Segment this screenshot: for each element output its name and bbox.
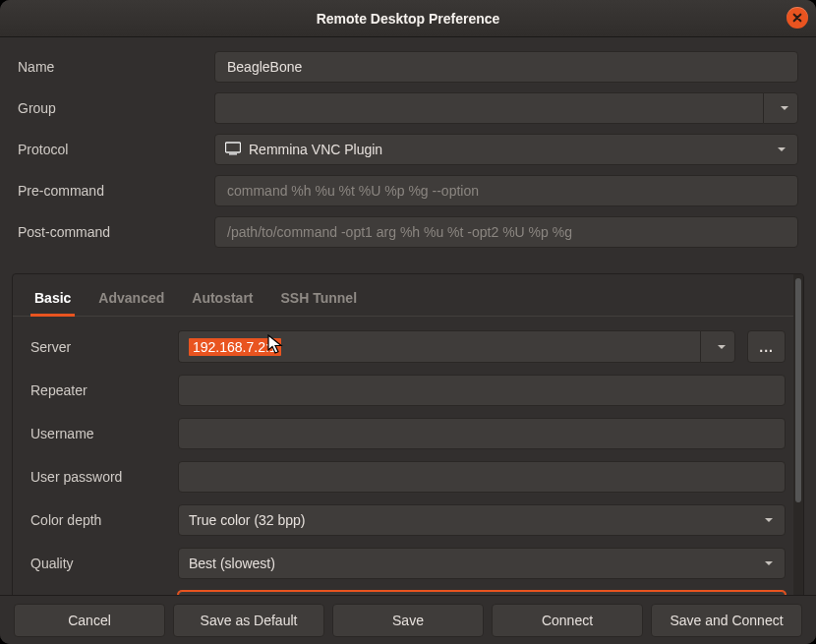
chevron-down-icon (755, 514, 775, 526)
server-value: 192.168.7.2:1 (189, 338, 281, 356)
group-label: Group (18, 100, 214, 116)
basic-scrollbar[interactable] (793, 274, 803, 613)
row-name: Name (18, 51, 798, 83)
general-form: Name Group (0, 37, 816, 267)
username-label: Username (30, 426, 178, 441)
server-combo[interactable]: 192.168.7.2:1 (178, 330, 735, 363)
username-input[interactable] (178, 418, 786, 449)
server-dropdown-button[interactable] (700, 330, 735, 363)
color-depth-value: True color (32 bpp) (189, 512, 306, 528)
pre-command-field[interactable] (225, 182, 787, 200)
tab-autostart[interactable]: Autostart (190, 284, 255, 316)
color-depth-select[interactable]: True color (32 bpp) (178, 504, 786, 536)
protocol-label: Protocol (18, 142, 214, 157)
repeater-label: Repeater (30, 382, 178, 398)
row-user-password: User password (30, 461, 786, 493)
pre-command-input[interactable] (214, 175, 798, 206)
user-password-field[interactable] (189, 468, 775, 486)
chevron-down-icon (755, 557, 775, 569)
user-password-input[interactable] (178, 461, 786, 493)
dialog-footer: Cancel Save as Default Save Connect Save… (0, 595, 816, 644)
tab-ssh-tunnel[interactable]: SSH Tunnel (279, 284, 360, 316)
group-entry[interactable] (214, 92, 763, 124)
svg-rect-1 (229, 153, 237, 154)
close-button[interactable] (787, 7, 808, 29)
chevron-down-icon (708, 341, 728, 353)
save-and-connect-button[interactable]: Save and Connect (651, 604, 802, 637)
monitor-icon (225, 141, 241, 159)
post-command-input[interactable] (214, 216, 798, 248)
cancel-button[interactable]: Cancel (14, 604, 165, 637)
server-entry[interactable]: 192.168.7.2:1 (178, 330, 700, 363)
row-repeater: Repeater (30, 375, 786, 406)
basic-tab-body: Server 192.168.7.2:1 ... (13, 317, 803, 613)
name-input-field[interactable] (225, 58, 787, 76)
scrollbar-thumb[interactable] (795, 278, 801, 502)
name-input[interactable] (214, 51, 798, 83)
chevron-down-icon (768, 144, 787, 155)
dialog-window: Remote Desktop Preference Name Group (0, 0, 816, 644)
group-dropdown-button[interactable] (763, 92, 798, 124)
tab-advanced[interactable]: Advanced (96, 284, 166, 316)
row-group: Group (18, 92, 798, 124)
name-label: Name (18, 59, 214, 75)
repeater-input[interactable] (178, 375, 786, 406)
quality-select[interactable]: Best (slowest) (178, 548, 786, 579)
save-as-default-button[interactable]: Save as Default (173, 604, 324, 637)
post-command-field[interactable] (225, 223, 787, 241)
ellipsis-icon: ... (759, 339, 774, 355)
titlebar: Remote Desktop Preference (0, 0, 816, 37)
color-depth-label: Color depth (30, 512, 178, 528)
protocol-value: Remmina VNC Plugin (249, 142, 382, 157)
row-color-depth: Color depth True color (32 bpp) (30, 504, 786, 536)
row-server: Server 192.168.7.2:1 ... (30, 330, 786, 363)
row-quality: Quality Best (slowest) (30, 548, 786, 579)
quality-value: Best (slowest) (189, 556, 275, 571)
tabs-container: Basic Advanced Autostart SSH Tunnel Serv… (12, 273, 804, 614)
tab-strip: Basic Advanced Autostart SSH Tunnel (13, 274, 803, 317)
group-combo[interactable] (214, 92, 798, 124)
server-label: Server (30, 339, 178, 355)
post-command-label: Post-command (18, 224, 214, 240)
repeater-field[interactable] (189, 381, 775, 399)
row-post-command: Post-command (18, 216, 798, 248)
row-pre-command: Pre-command (18, 175, 798, 206)
save-button[interactable]: Save (332, 604, 484, 637)
user-password-label: User password (30, 469, 178, 485)
quality-label: Quality (30, 556, 178, 571)
row-username: Username (30, 418, 786, 449)
chevron-down-icon (771, 102, 790, 114)
pre-command-label: Pre-command (18, 183, 214, 199)
window-title: Remote Desktop Preference (317, 11, 500, 27)
username-field[interactable] (189, 425, 775, 442)
close-icon (792, 13, 802, 23)
svg-rect-0 (226, 143, 241, 152)
connect-button[interactable]: Connect (492, 604, 643, 637)
protocol-select[interactable]: Remmina VNC Plugin (214, 134, 798, 165)
server-more-button[interactable]: ... (747, 330, 786, 363)
row-protocol: Protocol Remmina VNC Plugin (18, 134, 798, 165)
tab-basic[interactable]: Basic (32, 284, 73, 316)
